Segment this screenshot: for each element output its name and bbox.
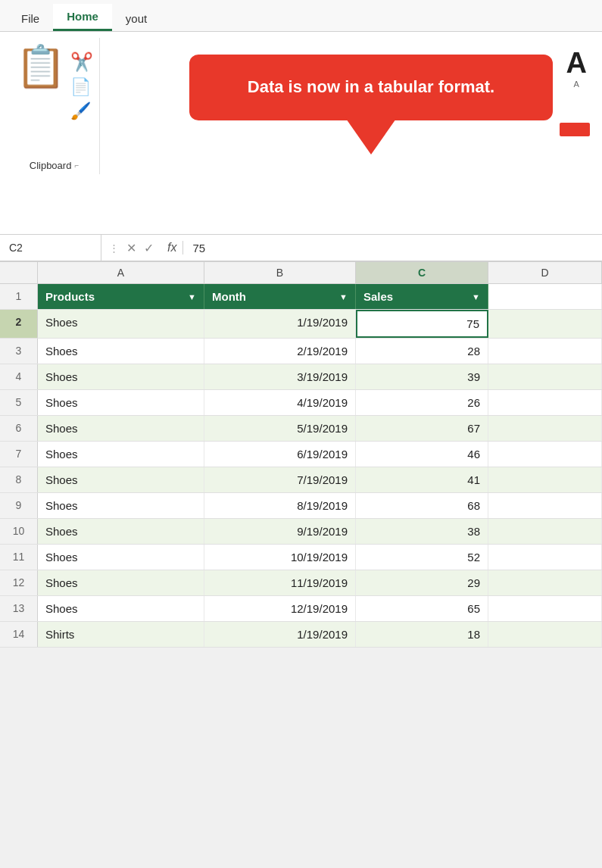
spreadsheet: A B C D 1 Products ▼ Month ▼ Sales ▼ 2 S… xyxy=(0,262,602,648)
clipboard-label: Clipboard ⌐ xyxy=(30,160,80,174)
cell-sales-11[interactable]: 52 xyxy=(356,545,488,570)
cell-sales-12[interactable]: 29 xyxy=(356,570,488,595)
row-num-11: 11 xyxy=(0,545,38,570)
cell-sales-9[interactable]: 68 xyxy=(356,493,488,518)
clipboard-dialog-launcher[interactable]: ⌐ xyxy=(74,161,79,170)
table-row[interactable]: 9 Shoes 8/19/2019 68 xyxy=(0,493,602,519)
cell-sales-5[interactable]: 26 xyxy=(356,390,488,415)
table-row[interactable]: 12 Shoes 11/19/2019 29 xyxy=(0,570,602,596)
table-row[interactable]: 13 Shoes 12/19/2019 65 xyxy=(0,596,602,622)
ribbon: File Home yout 📋 ✂️ 📄 🖌️ Clipboard xyxy=(0,0,602,235)
table-row[interactable]: 7 Shoes 6/19/2019 46 xyxy=(0,442,602,467)
tab-file[interactable]: File xyxy=(8,6,53,31)
cell-sales-8[interactable]: 41 xyxy=(356,467,488,492)
cell-month-13[interactable]: 12/19/2019 xyxy=(204,596,356,621)
cell-product-4[interactable]: Shoes xyxy=(38,364,204,389)
cell-product-5[interactable]: Shoes xyxy=(38,390,204,415)
col-header-d[interactable]: D xyxy=(488,262,602,283)
cell-d-8 xyxy=(488,467,602,492)
cell-product-7[interactable]: Shoes xyxy=(38,442,204,467)
table-row[interactable]: 2 Shoes 1/19/2019 75 xyxy=(0,310,602,339)
fx-label: fx xyxy=(161,241,183,254)
cell-month-6[interactable]: 5/19/2019 xyxy=(204,416,356,441)
cell-product-11[interactable]: Shoes xyxy=(38,545,204,570)
color-indicator xyxy=(560,123,590,136)
cell-d-5 xyxy=(488,390,602,415)
table-row[interactable]: 8 Shoes 7/19/2019 41 xyxy=(0,467,602,493)
cell-sales-2[interactable]: 75 xyxy=(356,310,488,338)
clipboard-icon: 📋 xyxy=(15,45,66,86)
row-num-2: 2 xyxy=(0,310,38,338)
cell-sales-7[interactable]: 46 xyxy=(356,442,488,467)
cell-month-10[interactable]: 9/19/2019 xyxy=(204,519,356,544)
cell-month-7[interactable]: 6/19/2019 xyxy=(204,442,356,467)
table-row[interactable]: 3 Shoes 2/19/2019 28 xyxy=(0,339,602,364)
cell-month-2[interactable]: 1/19/2019 xyxy=(204,310,356,338)
cell-month-12[interactable]: 11/19/2019 xyxy=(204,570,356,595)
tab-layout[interactable]: yout xyxy=(112,6,161,31)
cell-sales-4[interactable]: 39 xyxy=(356,364,488,389)
cell-sales-10[interactable]: 38 xyxy=(356,519,488,544)
cell-d-13 xyxy=(488,596,602,621)
cell-d-4 xyxy=(488,364,602,389)
table-row[interactable]: 4 Shoes 3/19/2019 39 xyxy=(0,364,602,390)
cell-d-2 xyxy=(488,310,602,338)
formula-confirm-icon[interactable]: ✓ xyxy=(144,241,154,255)
cell-month-11[interactable]: 10/19/2019 xyxy=(204,545,356,570)
cell-month-3[interactable]: 2/19/2019 xyxy=(204,339,356,364)
format-painter-icon[interactable]: 🖌️ xyxy=(70,101,93,121)
cell-sales-13[interactable]: 65 xyxy=(356,596,488,621)
row-num-6: 6 xyxy=(0,416,38,441)
row-num-9: 9 xyxy=(0,493,38,518)
cell-product-2[interactable]: Shoes xyxy=(38,310,204,338)
tooltip-callout: Data is now in a tabular format. xyxy=(189,55,553,120)
cell-month-8[interactable]: 7/19/2019 xyxy=(204,467,356,492)
cell-d-3 xyxy=(488,339,602,364)
cell-d-10 xyxy=(488,519,602,544)
table-row[interactable]: 5 Shoes 4/19/2019 26 xyxy=(0,390,602,416)
header-cell-month[interactable]: Month ▼ xyxy=(204,284,356,309)
table-row[interactable]: 14 Shirts 1/19/2019 18 xyxy=(0,622,602,648)
header-cell-sales[interactable]: Sales ▼ xyxy=(356,284,488,309)
cell-product-8[interactable]: Shoes xyxy=(38,467,204,492)
products-dropdown-icon[interactable]: ▼ xyxy=(188,292,196,301)
cell-d-6 xyxy=(488,416,602,441)
cell-product-14[interactable]: Shirts xyxy=(38,622,204,647)
row-num-3: 3 xyxy=(0,339,38,364)
row-num-header-corner xyxy=(0,262,38,283)
cell-product-12[interactable]: Shoes xyxy=(38,570,204,595)
cell-d-7 xyxy=(488,442,602,467)
cell-reference-box[interactable] xyxy=(3,235,101,261)
table-row[interactable]: 10 Shoes 9/19/2019 38 xyxy=(0,519,602,545)
col-header-c[interactable]: C xyxy=(356,262,488,283)
col-header-b[interactable]: B xyxy=(204,262,356,283)
month-dropdown-icon[interactable]: ▼ xyxy=(339,292,348,301)
font-size-a-icon: A xyxy=(566,47,587,80)
cell-sales-14[interactable]: 18 xyxy=(356,622,488,647)
cell-sales-3[interactable]: 28 xyxy=(356,339,488,364)
formula-dots-icon[interactable]: ⋮ xyxy=(109,242,119,254)
cell-product-13[interactable]: Shoes xyxy=(38,596,204,621)
cell-product-3[interactable]: Shoes xyxy=(38,339,204,364)
scissors-icon[interactable]: ✂️ xyxy=(70,52,93,73)
ribbon-tab-bar: File Home yout xyxy=(0,0,602,32)
copy-icon[interactable]: 📄 xyxy=(70,77,93,97)
row-num-14: 14 xyxy=(0,622,38,647)
cell-month-4[interactable]: 3/19/2019 xyxy=(204,364,356,389)
row-num-10: 10 xyxy=(0,519,38,544)
cell-product-6[interactable]: Shoes xyxy=(38,416,204,441)
table-row[interactable]: 6 Shoes 5/19/2019 67 xyxy=(0,416,602,442)
table-row[interactable]: 11 Shoes 10/19/2019 52 xyxy=(0,545,602,570)
formula-cancel-icon[interactable]: ✕ xyxy=(126,241,136,255)
cell-product-10[interactable]: Shoes xyxy=(38,519,204,544)
cell-month-5[interactable]: 4/19/2019 xyxy=(204,390,356,415)
col-header-a[interactable]: A xyxy=(38,262,204,283)
cell-d-11 xyxy=(488,545,602,570)
tab-home[interactable]: Home xyxy=(53,4,112,31)
header-cell-products[interactable]: Products ▼ xyxy=(38,284,204,309)
cell-product-9[interactable]: Shoes xyxy=(38,493,204,518)
sales-dropdown-icon[interactable]: ▼ xyxy=(472,292,480,301)
cell-month-9[interactable]: 8/19/2019 xyxy=(204,493,356,518)
cell-sales-6[interactable]: 67 xyxy=(356,416,488,441)
cell-month-14[interactable]: 1/19/2019 xyxy=(204,622,356,647)
